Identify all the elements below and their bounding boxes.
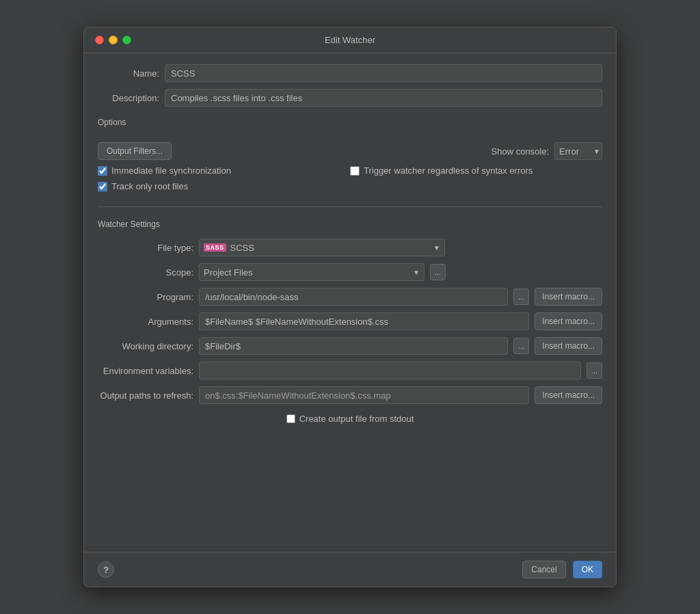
help-button[interactable]: ?: [98, 561, 114, 578]
program-row: Program: ... Insert macro...: [98, 288, 602, 306]
title-bar: Edit Watcher: [84, 27, 616, 53]
scope-select-wrapper[interactable]: Project Files ▼: [199, 263, 425, 281]
dialog-content: Name: Description: Options Output Filter…: [84, 53, 616, 552]
show-console-row: Show console: Error Always Never ▼: [492, 142, 602, 160]
working-dir-input[interactable]: [199, 337, 508, 355]
trigger-watcher-checkbox[interactable]: [350, 166, 360, 176]
close-button[interactable]: [95, 36, 104, 44]
create-output-checkbox[interactable]: [286, 414, 295, 423]
options-right: Trigger watcher regardless of syntax err…: [350, 165, 602, 176]
maximize-button[interactable]: [122, 36, 131, 44]
watcher-settings-label: Watcher Settings: [98, 219, 602, 229]
description-row: Description:: [98, 89, 602, 107]
working-dir-insert-macro-button[interactable]: Insert macro...: [535, 337, 602, 355]
description-input[interactable]: [165, 89, 602, 107]
scope-label: Scope:: [98, 267, 193, 278]
working-dir-label: Working directory:: [98, 341, 193, 351]
ok-button[interactable]: OK: [573, 561, 602, 578]
program-input[interactable]: [199, 288, 508, 306]
show-console-select[interactable]: Error Always Never: [559, 146, 591, 157]
name-input[interactable]: [165, 64, 602, 82]
env-vars-ellipsis-button[interactable]: ...: [587, 362, 602, 379]
watcher-settings-section: File type: SASS SCSS ▼ Scope: Project Fi…: [98, 239, 602, 427]
show-console-label: Show console:: [492, 146, 550, 157]
program-ellipsis-button[interactable]: ...: [513, 289, 529, 305]
name-row: Name:: [98, 64, 602, 82]
bottom-bar: ? Cancel OK: [84, 552, 616, 587]
options-left: Immediate file synchronization Track onl…: [98, 165, 350, 191]
bottom-actions: Cancel OK: [522, 561, 602, 578]
output-filters-button[interactable]: Output Filters...: [98, 142, 172, 160]
options-section-label: Options: [98, 118, 602, 127]
file-type-label: File type:: [98, 243, 193, 253]
scope-select[interactable]: Project Files: [204, 267, 410, 278]
sass-badge: SASS: [204, 243, 226, 252]
name-label: Name:: [98, 68, 159, 79]
scope-dropdown-arrow: ▼: [413, 269, 420, 276]
traffic-lights: [95, 36, 131, 44]
file-type-dropdown-arrow: ▼: [433, 244, 440, 252]
scope-ellipsis-button[interactable]: ...: [430, 264, 446, 280]
program-insert-macro-button[interactable]: Insert macro...: [535, 288, 602, 306]
immediate-sync-checkbox[interactable]: [98, 166, 107, 176]
track-root-checkbox[interactable]: [98, 182, 107, 191]
immediate-sync-row: Immediate file synchronization: [98, 165, 350, 176]
output-paths-input[interactable]: [199, 386, 529, 404]
output-paths-label: Output paths to refresh:: [98, 390, 193, 401]
dialog-title: Edit Watcher: [325, 35, 375, 45]
options-checkboxes-row: Immediate file synchronization Track onl…: [98, 165, 602, 191]
trigger-watcher-row: Trigger watcher regardless of syntax err…: [350, 165, 602, 176]
working-dir-ellipsis-button[interactable]: ...: [513, 338, 529, 354]
file-type-select-wrapper[interactable]: SASS SCSS ▼: [199, 239, 445, 256]
trigger-watcher-label: Trigger watcher regardless of syntax err…: [364, 165, 533, 176]
output-paths-insert-macro-button[interactable]: Insert macro...: [535, 386, 602, 404]
cancel-button[interactable]: Cancel: [522, 561, 565, 578]
output-paths-row: Output paths to refresh: Insert macro...: [98, 386, 602, 404]
file-type-select[interactable]: SCSS: [230, 243, 430, 253]
env-vars-input[interactable]: [199, 362, 581, 379]
track-root-row: Track only root files: [98, 181, 350, 191]
env-vars-row: Environment variables: ...: [98, 362, 602, 379]
arguments-insert-macro-button[interactable]: Insert macro...: [535, 312, 602, 330]
track-root-label: Track only root files: [111, 181, 188, 191]
env-vars-label: Environment variables:: [98, 366, 193, 376]
create-output-label: Create output file from stdout: [299, 414, 414, 424]
description-label: Description:: [98, 93, 159, 103]
scope-row: Scope: Project Files ▼ ...: [98, 263, 602, 281]
section-divider: [98, 206, 602, 207]
arguments-row: Arguments: Insert macro...: [98, 312, 602, 330]
immediate-sync-label: Immediate file synchronization: [111, 165, 231, 176]
file-type-row: File type: SASS SCSS ▼: [98, 239, 602, 256]
arguments-label: Arguments:: [98, 317, 193, 327]
working-dir-row: Working directory: ... Insert macro...: [98, 337, 602, 355]
show-console-select-wrapper[interactable]: Error Always Never ▼: [554, 142, 602, 160]
show-console-dropdown-arrow: ▼: [593, 148, 600, 155]
options-section: Output Filters... Show console: Error Al…: [98, 137, 602, 197]
minimize-button[interactable]: [109, 36, 118, 44]
arguments-input[interactable]: [199, 312, 529, 330]
stdout-row: Create output file from stdout: [98, 411, 602, 427]
options-top-row: Output Filters... Show console: Error Al…: [98, 142, 602, 160]
program-label: Program:: [98, 292, 193, 302]
edit-watcher-dialog: Edit Watcher Name: Description: Options …: [83, 27, 617, 587]
